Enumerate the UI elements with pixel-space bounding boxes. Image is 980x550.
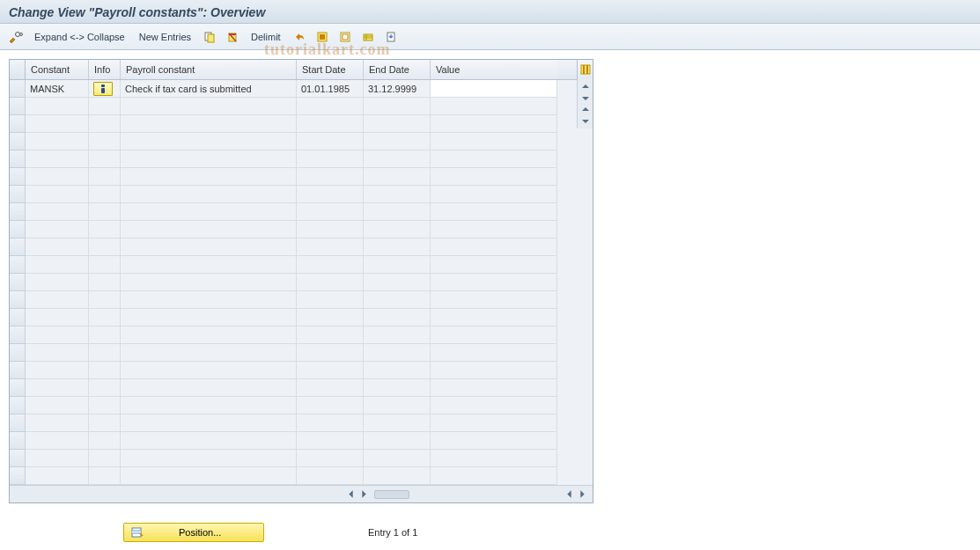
grid-header-row: Constant Info Payroll constant Start Dat…: [10, 60, 577, 80]
row-selector[interactable]: [10, 467, 26, 485]
row-selector[interactable]: [10, 203, 26, 221]
deselect-all-button[interactable]: [335, 27, 356, 47]
table-row[interactable]: [10, 432, 577, 450]
row-selector[interactable]: [10, 115, 26, 133]
cell-end-date: [364, 432, 431, 450]
undo-icon: [293, 31, 306, 43]
cell-end-date: [364, 344, 431, 362]
row-selector[interactable]: [10, 450, 26, 467]
row-selector[interactable]: [10, 133, 26, 150]
row-selector[interactable]: [10, 150, 26, 168]
row-selector[interactable]: [10, 414, 26, 432]
row-selector[interactable]: [10, 168, 26, 186]
hscroll-right-icon[interactable]: [358, 488, 370, 500]
scroll-up-icon[interactable]: [580, 81, 591, 92]
row-selector[interactable]: [10, 186, 26, 203]
print-button[interactable]: [357, 27, 379, 47]
position-button[interactable]: Position...: [123, 523, 264, 542]
column-header-start-date[interactable]: Start Date: [297, 60, 364, 79]
table-row[interactable]: [10, 274, 577, 291]
cell-constant: [26, 115, 89, 133]
cell-info: [89, 379, 121, 397]
download-button[interactable]: [380, 27, 402, 47]
scroll-down-bottom-icon[interactable]: [580, 116, 591, 127]
table-row[interactable]: [10, 379, 577, 397]
table-row[interactable]: [10, 98, 577, 115]
row-selector[interactable]: [10, 432, 26, 450]
row-selector[interactable]: [10, 344, 26, 362]
table-row[interactable]: [10, 362, 577, 379]
cell-value: [431, 221, 557, 238]
row-selector-header[interactable]: [10, 60, 26, 79]
table-row[interactable]: [10, 168, 577, 186]
cell-constant: [26, 414, 89, 432]
copy-button[interactable]: [199, 27, 220, 47]
row-selector[interactable]: [10, 256, 26, 274]
svg-rect-20: [586, 65, 588, 74]
horizontal-scrollbar[interactable]: [10, 485, 593, 502]
table-row[interactable]: [10, 203, 577, 221]
hscroll-left-icon[interactable]: [345, 488, 357, 500]
table-row[interactable]: [10, 238, 577, 256]
table-row[interactable]: [10, 150, 577, 168]
cell-value[interactable]: [431, 80, 557, 98]
cell-payroll-constant[interactable]: Check if tax card is submitted: [121, 80, 297, 98]
table-row[interactable]: [10, 291, 577, 309]
row-selector[interactable]: [10, 362, 26, 379]
delimit-button[interactable]: Delimit: [245, 27, 287, 47]
configure-columns-button[interactable]: [577, 60, 593, 79]
cell-end-date: [364, 168, 431, 186]
cell-info: [89, 326, 121, 344]
column-header-end-date[interactable]: End Date: [364, 60, 431, 79]
column-header-value[interactable]: Value: [431, 60, 557, 79]
table-row[interactable]: [10, 221, 577, 238]
column-header-constant[interactable]: Constant: [26, 60, 89, 79]
scroll-down-icon[interactable]: [580, 93, 591, 104]
column-header-info[interactable]: Info: [89, 60, 121, 79]
delete-button[interactable]: [222, 27, 243, 47]
cell-constant: [26, 168, 89, 186]
cell-end-date[interactable]: 31.12.9999: [364, 80, 431, 98]
table-row[interactable]: [10, 115, 577, 133]
table-row[interactable]: [10, 186, 577, 203]
row-selector[interactable]: [10, 98, 26, 115]
table-row[interactable]: [10, 344, 577, 362]
hscroll-thumb[interactable]: [374, 490, 409, 499]
row-selector[interactable]: [10, 80, 26, 98]
hscroll-right2-icon[interactable]: [577, 488, 588, 500]
cell-start-date[interactable]: 01.01.1985: [297, 80, 364, 98]
column-header-payroll-constant[interactable]: Payroll constant: [121, 60, 297, 79]
table-row[interactable]: [10, 414, 577, 432]
row-selector[interactable]: [10, 291, 26, 309]
table-row[interactable]: [10, 309, 577, 326]
row-selector[interactable]: [10, 309, 26, 326]
table-row[interactable]: [10, 133, 577, 150]
expand-collapse-button[interactable]: Expand <-> Collapse: [28, 27, 131, 47]
table-row[interactable]: [10, 467, 577, 485]
table-row[interactable]: MANSKCheck if tax card is submitted01.01…: [10, 80, 577, 98]
scroll-up-bottom-icon[interactable]: [580, 104, 591, 114]
cell-info[interactable]: [89, 80, 121, 98]
table-row[interactable]: [10, 450, 577, 467]
info-button[interactable]: [93, 82, 113, 96]
select-all-button[interactable]: [312, 27, 333, 47]
table-row[interactable]: [10, 326, 577, 344]
cell-info: [89, 414, 121, 432]
cell-end-date: [364, 291, 431, 309]
row-selector[interactable]: [10, 221, 26, 238]
table-row[interactable]: [10, 397, 577, 414]
hscroll-left2-icon[interactable]: [564, 488, 575, 500]
cell-constant[interactable]: MANSK: [26, 80, 89, 98]
cell-payroll-constant: [121, 221, 297, 238]
new-entries-button[interactable]: New Entries: [133, 27, 197, 47]
row-selector[interactable]: [10, 397, 26, 414]
table-row[interactable]: [10, 256, 577, 274]
row-selector[interactable]: [10, 379, 26, 397]
display-change-toggle-button[interactable]: [5, 27, 26, 47]
row-selector[interactable]: [10, 274, 26, 291]
row-selector[interactable]: [10, 326, 26, 344]
vertical-scrollbar[interactable]: [577, 79, 593, 128]
undo-change-button[interactable]: [289, 27, 310, 47]
row-selector[interactable]: [10, 238, 26, 256]
cell-end-date: [364, 186, 431, 203]
